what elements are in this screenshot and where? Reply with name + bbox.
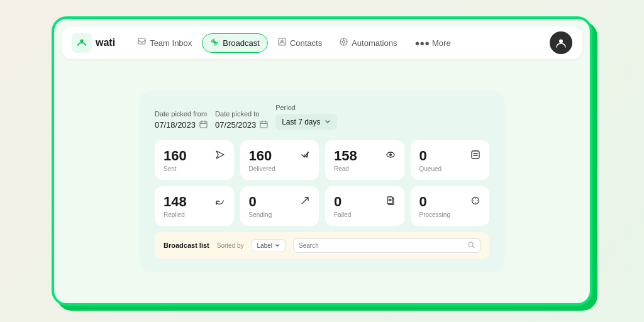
automations-icon: [340, 38, 348, 48]
nav-item-broadcast[interactable]: Broadcast: [202, 33, 268, 53]
stat-card-delivered: 160 Delivered: [240, 140, 319, 180]
label-select-dropdown[interactable]: Label: [252, 239, 286, 252]
stat-card-processing: 0 Processing: [411, 186, 490, 226]
svg-point-33: [475, 202, 476, 203]
stat-replied-number: 148: [164, 194, 187, 210]
svg-point-1: [80, 40, 84, 43]
svg-line-36: [473, 246, 475, 248]
stat-card-read: 158 Read: [325, 140, 404, 180]
date-from-value-row[interactable]: 07/18/2023: [155, 120, 208, 130]
calendar-from-icon: [199, 120, 208, 130]
stat-card-sending: 0 Sending: [240, 186, 319, 226]
inner-frame: wati Team Inbox: [54, 19, 590, 303]
date-from-field: Date picked from 07/18/2023: [155, 110, 208, 130]
date-to-field: Date picked to 07/25/2023: [215, 110, 268, 130]
nav-item-contacts[interactable]: Contacts: [270, 34, 330, 52]
svg-rect-24: [472, 151, 479, 158]
date-to-value: 07/25/2023: [215, 120, 256, 130]
svg-point-34: [473, 200, 474, 201]
more-dots-icon: ●●●: [414, 38, 430, 48]
team-inbox-icon: [138, 38, 146, 48]
svg-point-30: [472, 197, 479, 204]
period-label: Period: [275, 104, 336, 111]
logo-area: wati: [72, 33, 115, 53]
svg-point-3: [213, 41, 216, 43]
nav-item-automations-label: Automations: [352, 38, 397, 48]
date-filters: Date picked from 07/18/2023: [155, 104, 489, 130]
broadcast-icon: [210, 38, 219, 48]
failed-icon: [386, 196, 396, 208]
svg-point-5: [281, 40, 283, 42]
main-content: Date picked from 07/18/2023: [54, 59, 590, 303]
sending-icon: [300, 196, 310, 208]
stat-processing-label: Processing: [419, 211, 481, 218]
stats-row-2: 148 Replied 0: [155, 186, 489, 226]
search-icon: [468, 242, 475, 250]
date-to-label: Date picked to: [215, 110, 268, 118]
stat-sending-number: 0: [249, 194, 257, 210]
stat-card-sent: 160 Sent: [155, 140, 234, 180]
nav-item-contacts-label: Contacts: [290, 38, 322, 48]
stat-card-failed: 0 Failed: [325, 186, 404, 226]
nav-items: Team Inbox Broadcast: [130, 33, 550, 53]
stat-delivered-label: Delivered: [249, 165, 311, 172]
nav-item-more[interactable]: ●●● More: [407, 35, 458, 52]
replied-icon: [215, 196, 225, 208]
svg-point-32: [477, 200, 478, 201]
nav-item-team-inbox[interactable]: Team Inbox: [130, 34, 199, 52]
sorted-by-label: Sorted by: [217, 242, 244, 249]
svg-marker-21: [216, 151, 224, 158]
period-select[interactable]: Last 7 days: [275, 114, 336, 130]
logo-text: wati: [96, 37, 115, 48]
search-bar[interactable]: [293, 238, 480, 253]
sent-icon: [215, 150, 225, 162]
stat-sent-number: 160: [164, 148, 187, 164]
broadcast-list-label: Broadcast list: [164, 242, 209, 249]
search-input[interactable]: [299, 242, 464, 249]
nav-item-more-label: More: [432, 38, 451, 48]
queued-icon: [470, 150, 480, 162]
svg-point-31: [475, 198, 476, 199]
read-icon: [386, 150, 396, 162]
stat-card-queued: 0 Queued: [411, 140, 490, 180]
stats-row-1: 160 Sent 160: [155, 140, 489, 180]
nav-item-team-inbox-label: Team Inbox: [150, 38, 192, 48]
calendar-to-icon: [260, 120, 268, 130]
navbar: wati Team Inbox: [62, 26, 582, 59]
date-from-label: Date picked from: [155, 110, 208, 118]
nav-item-automations[interactable]: Automations: [332, 34, 404, 52]
delivered-icon: [300, 150, 310, 162]
processing-icon: [470, 196, 480, 208]
stat-replied-label: Replied: [164, 211, 225, 218]
stat-queued-label: Queued: [419, 165, 481, 172]
svg-rect-13: [200, 121, 207, 128]
stat-card-replied: 148 Replied: [155, 186, 234, 226]
stat-sending-label: Sending: [249, 211, 311, 218]
stat-failed-label: Failed: [334, 211, 396, 218]
date-to-value-row[interactable]: 07/25/2023: [215, 120, 268, 130]
contacts-icon: [278, 38, 286, 48]
nav-item-broadcast-label: Broadcast: [223, 38, 260, 48]
app-frame: wati Team Inbox: [52, 16, 592, 306]
svg-point-23: [389, 153, 392, 156]
stat-read-number: 158: [334, 148, 357, 164]
stat-queued-number: 0: [419, 148, 427, 164]
user-avatar[interactable]: [550, 31, 572, 54]
stat-read-label: Read: [334, 165, 396, 172]
dashboard-panel: Date picked from 07/18/2023: [140, 91, 504, 272]
stat-failed-number: 0: [334, 194, 341, 210]
date-from-value: 07/18/2023: [155, 120, 196, 130]
svg-point-12: [559, 40, 563, 43]
stat-processing-number: 0: [419, 194, 427, 210]
svg-point-35: [469, 242, 473, 247]
period-value: Last 7 days: [282, 118, 320, 126]
svg-point-7: [343, 41, 345, 43]
stat-delivered-number: 160: [249, 148, 272, 164]
label-chevron-icon: [275, 242, 280, 249]
broadcast-list-bar: Broadcast list Sorted by Label: [155, 232, 489, 259]
period-field: Period Last 7 days: [275, 104, 336, 130]
logo-icon: [72, 33, 92, 53]
label-select-value: Label: [257, 242, 272, 249]
svg-rect-17: [260, 121, 267, 128]
chevron-down-icon: [325, 118, 331, 126]
